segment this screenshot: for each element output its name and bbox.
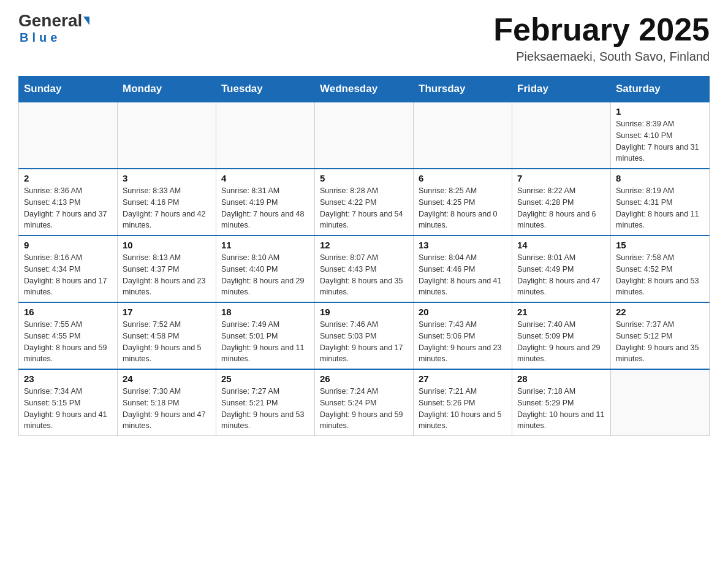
page-header: General Blue February 2025 Pieksaemaeki,… xyxy=(18,12,710,64)
day-info: Sunrise: 7:46 AMSunset: 5:03 PMDaylight:… xyxy=(320,319,408,365)
calendar-day-cell: 2Sunrise: 8:36 AMSunset: 4:13 PMDaylight… xyxy=(19,169,118,236)
day-number: 4 xyxy=(221,173,309,183)
calendar-day-cell: 4Sunrise: 8:31 AMSunset: 4:19 PMDaylight… xyxy=(216,169,315,236)
calendar-day-cell xyxy=(315,102,414,169)
calendar-day-cell: 12Sunrise: 8:07 AMSunset: 4:43 PMDayligh… xyxy=(315,236,414,302)
day-number: 8 xyxy=(616,173,704,183)
day-info: Sunrise: 8:22 AMSunset: 4:28 PMDaylight:… xyxy=(517,185,605,231)
calendar-day-cell: 3Sunrise: 8:33 AMSunset: 4:16 PMDaylight… xyxy=(118,169,216,236)
day-number: 16 xyxy=(24,307,112,317)
month-title: February 2025 xyxy=(493,12,710,47)
day-info: Sunrise: 8:01 AMSunset: 4:49 PMDaylight:… xyxy=(517,252,605,298)
calendar-day-cell xyxy=(611,369,710,436)
calendar-day-cell: 14Sunrise: 8:01 AMSunset: 4:49 PMDayligh… xyxy=(512,236,611,302)
logo-general-text: General xyxy=(18,12,82,29)
day-number: 11 xyxy=(221,240,309,250)
calendar-day-cell: 16Sunrise: 7:55 AMSunset: 4:55 PMDayligh… xyxy=(19,302,118,369)
day-info: Sunrise: 8:10 AMSunset: 4:40 PMDaylight:… xyxy=(221,252,309,298)
day-info: Sunrise: 7:27 AMSunset: 5:21 PMDaylight:… xyxy=(221,386,309,432)
day-number: 18 xyxy=(221,307,309,317)
calendar-day-cell: 21Sunrise: 7:40 AMSunset: 5:09 PMDayligh… xyxy=(512,302,611,369)
day-number: 7 xyxy=(517,173,605,183)
logo-blue-text: Blue xyxy=(18,31,61,45)
calendar-week-row: 23Sunrise: 7:34 AMSunset: 5:15 PMDayligh… xyxy=(19,369,710,436)
calendar-day-cell: 5Sunrise: 8:28 AMSunset: 4:22 PMDaylight… xyxy=(315,169,414,236)
day-info: Sunrise: 7:55 AMSunset: 4:55 PMDaylight:… xyxy=(24,319,112,365)
location-text: Pieksaemaeki, South Savo, Finland xyxy=(493,50,710,64)
calendar-day-cell: 22Sunrise: 7:37 AMSunset: 5:12 PMDayligh… xyxy=(611,302,710,369)
day-number: 23 xyxy=(24,373,112,384)
calendar-day-cell: 18Sunrise: 7:49 AMSunset: 5:01 PMDayligh… xyxy=(216,302,315,369)
calendar-day-cell xyxy=(512,102,611,169)
calendar-day-cell: 1Sunrise: 8:39 AMSunset: 4:10 PMDaylight… xyxy=(611,102,710,169)
day-number: 27 xyxy=(419,373,507,384)
calendar-day-cell: 10Sunrise: 8:13 AMSunset: 4:37 PMDayligh… xyxy=(118,236,216,302)
calendar-day-cell: 25Sunrise: 7:27 AMSunset: 5:21 PMDayligh… xyxy=(216,369,315,436)
day-info: Sunrise: 7:18 AMSunset: 5:29 PMDaylight:… xyxy=(517,386,605,432)
day-info: Sunrise: 8:16 AMSunset: 4:34 PMDaylight:… xyxy=(24,252,112,298)
calendar-day-cell xyxy=(118,102,216,169)
calendar-day-cell xyxy=(216,102,315,169)
calendar-day-cell: 26Sunrise: 7:24 AMSunset: 5:24 PMDayligh… xyxy=(315,369,414,436)
day-info: Sunrise: 8:39 AMSunset: 4:10 PMDaylight:… xyxy=(616,118,704,164)
calendar-day-cell: 9Sunrise: 8:16 AMSunset: 4:34 PMDaylight… xyxy=(19,236,118,302)
calendar-day-cell xyxy=(414,102,512,169)
day-info: Sunrise: 8:04 AMSunset: 4:46 PMDaylight:… xyxy=(419,252,507,298)
calendar-day-cell: 11Sunrise: 8:10 AMSunset: 4:40 PMDayligh… xyxy=(216,236,315,302)
day-number: 2 xyxy=(24,173,112,183)
calendar-day-cell: 15Sunrise: 7:58 AMSunset: 4:52 PMDayligh… xyxy=(611,236,710,302)
day-info: Sunrise: 7:52 AMSunset: 4:58 PMDaylight:… xyxy=(123,319,211,365)
day-number: 14 xyxy=(517,240,605,250)
calendar-day-cell: 24Sunrise: 7:30 AMSunset: 5:18 PMDayligh… xyxy=(118,369,216,436)
day-number: 1 xyxy=(616,106,704,117)
day-number: 6 xyxy=(419,173,507,183)
day-info: Sunrise: 8:33 AMSunset: 4:16 PMDaylight:… xyxy=(123,185,211,231)
calendar-week-row: 2Sunrise: 8:36 AMSunset: 4:13 PMDaylight… xyxy=(19,169,710,236)
day-info: Sunrise: 7:40 AMSunset: 5:09 PMDaylight:… xyxy=(517,319,605,365)
day-number: 24 xyxy=(123,373,211,384)
day-number: 12 xyxy=(320,240,408,250)
header-sunday: Sunday xyxy=(19,77,118,102)
day-info: Sunrise: 7:37 AMSunset: 5:12 PMDaylight:… xyxy=(616,319,704,365)
calendar-week-row: 9Sunrise: 8:16 AMSunset: 4:34 PMDaylight… xyxy=(19,236,710,302)
logo-triangle-icon xyxy=(83,17,89,25)
day-number: 25 xyxy=(221,373,309,384)
calendar-day-cell: 13Sunrise: 8:04 AMSunset: 4:46 PMDayligh… xyxy=(414,236,512,302)
header-saturday: Saturday xyxy=(611,77,710,102)
calendar-week-row: 1Sunrise: 8:39 AMSunset: 4:10 PMDaylight… xyxy=(19,102,710,169)
calendar-day-cell: 17Sunrise: 7:52 AMSunset: 4:58 PMDayligh… xyxy=(118,302,216,369)
calendar-table: Sunday Monday Tuesday Wednesday Thursday… xyxy=(18,76,710,436)
day-info: Sunrise: 7:24 AMSunset: 5:24 PMDaylight:… xyxy=(320,386,408,432)
day-info: Sunrise: 7:21 AMSunset: 5:26 PMDaylight:… xyxy=(419,386,507,432)
weekday-header-row: Sunday Monday Tuesday Wednesday Thursday… xyxy=(19,77,710,102)
day-info: Sunrise: 8:13 AMSunset: 4:37 PMDaylight:… xyxy=(123,252,211,298)
header-thursday: Thursday xyxy=(414,77,512,102)
day-number: 15 xyxy=(616,240,704,250)
day-number: 9 xyxy=(24,240,112,250)
day-number: 5 xyxy=(320,173,408,183)
calendar-day-cell: 23Sunrise: 7:34 AMSunset: 5:15 PMDayligh… xyxy=(19,369,118,436)
day-info: Sunrise: 8:07 AMSunset: 4:43 PMDaylight:… xyxy=(320,252,408,298)
day-number: 3 xyxy=(123,173,211,183)
day-number: 26 xyxy=(320,373,408,384)
header-tuesday: Tuesday xyxy=(216,77,315,102)
day-info: Sunrise: 7:58 AMSunset: 4:52 PMDaylight:… xyxy=(616,252,704,298)
day-number: 10 xyxy=(123,240,211,250)
day-number: 22 xyxy=(616,307,704,317)
logo: General Blue xyxy=(18,12,89,45)
day-info: Sunrise: 8:19 AMSunset: 4:31 PMDaylight:… xyxy=(616,185,704,231)
calendar-day-cell xyxy=(19,102,118,169)
day-info: Sunrise: 7:34 AMSunset: 5:15 PMDaylight:… xyxy=(24,386,112,432)
calendar-day-cell: 8Sunrise: 8:19 AMSunset: 4:31 PMDaylight… xyxy=(611,169,710,236)
day-info: Sunrise: 7:49 AMSunset: 5:01 PMDaylight:… xyxy=(221,319,309,365)
calendar-day-cell: 20Sunrise: 7:43 AMSunset: 5:06 PMDayligh… xyxy=(414,302,512,369)
calendar-day-cell: 19Sunrise: 7:46 AMSunset: 5:03 PMDayligh… xyxy=(315,302,414,369)
header-monday: Monday xyxy=(118,77,216,102)
calendar-day-cell: 7Sunrise: 8:22 AMSunset: 4:28 PMDaylight… xyxy=(512,169,611,236)
calendar-day-cell: 27Sunrise: 7:21 AMSunset: 5:26 PMDayligh… xyxy=(414,369,512,436)
day-number: 28 xyxy=(517,373,605,384)
day-number: 20 xyxy=(419,307,507,317)
day-info: Sunrise: 8:25 AMSunset: 4:25 PMDaylight:… xyxy=(419,185,507,231)
header-wednesday: Wednesday xyxy=(315,77,414,102)
day-number: 17 xyxy=(123,307,211,317)
